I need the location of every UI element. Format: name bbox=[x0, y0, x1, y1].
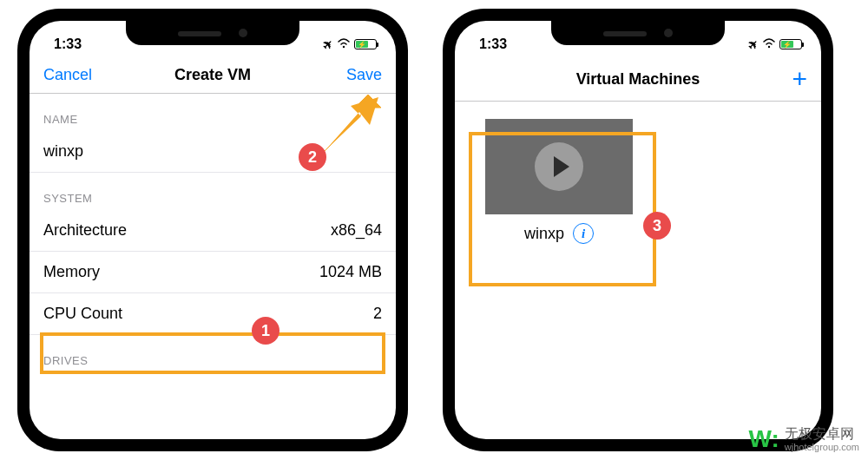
cpu-row[interactable]: CPU Count 2 bbox=[30, 293, 396, 335]
battery-icon: ⚡ bbox=[354, 39, 377, 49]
arch-value: x86_64 bbox=[331, 221, 382, 240]
wifi-icon bbox=[762, 37, 776, 51]
arch-label: Architecture bbox=[43, 221, 127, 240]
page-title: Virtual Machines bbox=[538, 70, 738, 89]
mem-value: 1024 MB bbox=[319, 263, 382, 281]
architecture-row[interactable]: Architecture x86_64 bbox=[30, 210, 396, 252]
watermark-url: wjhotelgroup.com bbox=[785, 442, 859, 452]
status-time: 1:33 bbox=[54, 36, 82, 52]
section-drives-header: DRIVES bbox=[30, 335, 396, 372]
mem-label: Memory bbox=[43, 263, 100, 281]
name-value: winxp bbox=[43, 142, 83, 161]
vm-thumbnail[interactable] bbox=[485, 119, 633, 214]
battery-icon: ⚡ bbox=[779, 39, 802, 49]
wifi-icon bbox=[337, 37, 351, 51]
notch bbox=[126, 21, 299, 45]
vm-tile-winxp[interactable]: winxp i bbox=[472, 119, 646, 244]
phone-comparison: 1:33 ✈ ⚡ Cancel Create VM Save NAME winx… bbox=[0, 0, 868, 460]
add-button[interactable]: + bbox=[792, 64, 807, 93]
navbar: Cancel Create VM Save bbox=[30, 59, 396, 94]
vm-name: winxp bbox=[524, 225, 564, 243]
cpu-value: 2 bbox=[373, 305, 382, 323]
navbar: Virtual Machines + bbox=[455, 59, 821, 102]
svg-point-2 bbox=[768, 46, 770, 48]
save-button[interactable]: Save bbox=[346, 66, 382, 83]
watermark: W: 无极安卓网 wjhotelgroup.com bbox=[749, 425, 859, 453]
annotation-badge-3: 3 bbox=[643, 212, 671, 240]
svg-marker-1 bbox=[325, 97, 378, 151]
watermark-title: 无极安卓网 bbox=[785, 426, 859, 442]
airplane-icon: ✈ bbox=[745, 36, 762, 53]
info-icon[interactable]: i bbox=[573, 223, 594, 244]
annotation-badge-1: 1 bbox=[252, 317, 279, 345]
annotation-arrow bbox=[316, 90, 385, 160]
page-title: Create VM bbox=[113, 66, 312, 84]
svg-point-0 bbox=[343, 46, 345, 48]
section-system-header: SYSTEM bbox=[30, 173, 396, 210]
airplane-icon: ✈ bbox=[319, 36, 337, 53]
watermark-logo-icon: W: bbox=[749, 425, 779, 453]
cancel-button[interactable]: Cancel bbox=[43, 66, 92, 83]
notch bbox=[551, 21, 725, 45]
phone-left: 1:33 ✈ ⚡ Cancel Create VM Save NAME winx… bbox=[17, 9, 408, 451]
cpu-label: CPU Count bbox=[43, 305, 122, 323]
memory-row[interactable]: Memory 1024 MB bbox=[30, 252, 396, 293]
phone-right: 1:33 ✈ ⚡ Virtual Machines + bbox=[443, 9, 833, 451]
annotation-badge-2: 2 bbox=[299, 143, 326, 171]
status-time: 1:33 bbox=[479, 36, 507, 52]
play-icon bbox=[535, 142, 583, 191]
